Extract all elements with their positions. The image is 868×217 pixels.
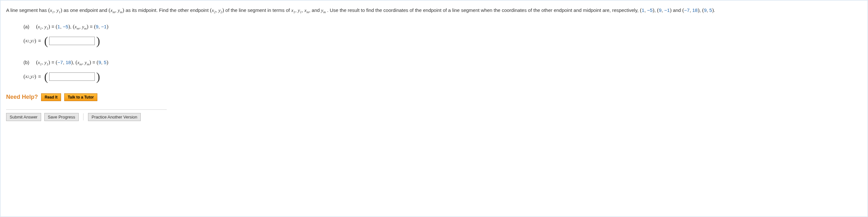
close-paren-icon: ) xyxy=(96,71,100,82)
divider-icon xyxy=(83,113,84,120)
question-intro: A line segment has (x1, y1) as one endpo… xyxy=(6,4,862,16)
bottom-bar: Submit Answer Save Progress Practice Ano… xyxy=(6,109,167,124)
part-a-answer-input[interactable] xyxy=(49,37,95,45)
part-b-answer-input[interactable] xyxy=(49,73,95,81)
part-a: (a) (x1, y1) = (1, −5), (xm, ym) = (9, −… xyxy=(24,22,862,47)
close-paren-icon: ) xyxy=(96,35,100,47)
part-b-label: (b) xyxy=(24,59,29,65)
question-container: A line segment has (x1, y1) as one endpo… xyxy=(0,0,868,217)
open-paren-icon: ( xyxy=(44,35,48,47)
part-a-line1: (a) (x1, y1) = (1, −5), (xm, ym) = (9, −… xyxy=(24,22,862,32)
practice-another-version-button[interactable]: Practice Another Version xyxy=(88,113,141,121)
need-help-row: Need Help? Read It Talk to a Tutor xyxy=(6,93,862,101)
need-help-label: Need Help? xyxy=(6,94,38,101)
part-a-answer-line: (x2, y2) = ( ) xyxy=(24,35,862,47)
open-paren-icon: ( xyxy=(44,71,48,82)
part-b-line1: (b) (x1, y1) = (−7, 18), (xm, ym) = (9, … xyxy=(24,58,862,67)
intro-text-4: of the line segment in terms of xyxy=(225,7,291,13)
part-b-answer-line: (x2, y2) = ( ) xyxy=(24,71,862,82)
save-progress-button[interactable]: Save Progress xyxy=(44,113,79,121)
intro-text-1: A line segment has xyxy=(6,7,48,13)
intro-text-5: . Use the result to find the coordinates… xyxy=(327,7,640,13)
talk-to-tutor-button[interactable]: Talk to a Tutor xyxy=(64,93,97,101)
intro-text-2: as one endpoint and xyxy=(64,7,108,13)
part-a-label: (a) xyxy=(24,24,29,29)
intro-text-3: as its midpoint. Find the other endpoint xyxy=(126,7,210,13)
submit-answer-button[interactable]: Submit Answer xyxy=(6,113,41,121)
read-it-button[interactable]: Read It xyxy=(41,93,61,101)
part-b: (b) (x1, y1) = (−7, 18), (xm, ym) = (9, … xyxy=(24,58,862,82)
